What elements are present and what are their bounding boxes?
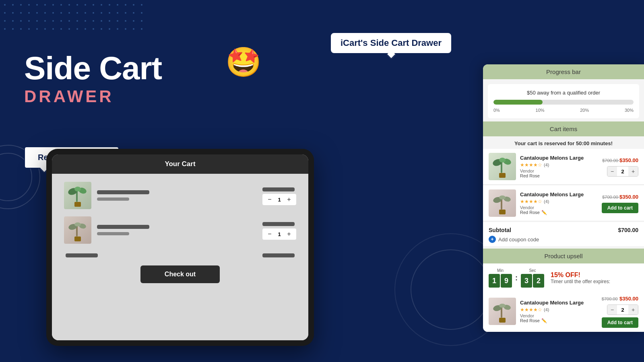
subtitle: DRAWER — [24, 87, 225, 106]
cart-item-1-plus-btn[interactable]: + — [628, 167, 638, 176]
progress-label-20: 20% — [580, 108, 589, 113]
upsell-item-reviews: (4) — [544, 307, 549, 312]
tablet-item-2-image — [64, 216, 91, 244]
offer-text: 15% OFF! Timer until the offer expires: — [551, 272, 610, 284]
tablet-qty-val-1: 1 — [276, 197, 283, 203]
progress-description: $50 away from a qualified order — [493, 90, 634, 96]
coupon-label: Add coupon code — [498, 237, 539, 243]
tablet-item-1-line1 — [97, 190, 149, 194]
cart-item-2-new-price: $350.00 — [619, 194, 638, 200]
subtotal-row: Subtotal $700.00 — [489, 227, 638, 233]
right-panel: Progress bar $50 away from a qualified o… — [483, 64, 644, 332]
cart-item-card-2: Cantaloupe Melons Large ★★★★☆ (4) Vendor… — [483, 185, 644, 221]
cart-item-1-stars: ★★★★☆ — [520, 162, 542, 168]
upsell-timer-row: Min 1 9 : Sec 3 2 15% OFF! Timer until t… — [483, 263, 644, 291]
progress-labels: 0% 10% 20% 30% — [493, 108, 634, 113]
tablet-footer-row — [64, 253, 296, 257]
upsell-item-info: Cantaloupe Melons Large ★★★★☆ (4) Vendor… — [520, 300, 598, 323]
tablet-qty-minus-1[interactable]: − — [266, 195, 274, 204]
cart-item-2-thumb — [489, 189, 516, 217]
dot-grid-decoration: const dg = document.querySelector('.dot-… — [4, 4, 141, 36]
upsell-item-edit-icon[interactable]: ✏️ — [541, 318, 547, 323]
tablet-screen: Your Cart — [52, 154, 308, 340]
svg-rect-4 — [74, 202, 81, 207]
item-2-plant-svg — [489, 189, 516, 217]
item-1-plant-svg — [489, 153, 516, 180]
tablet-item-2-right: − 1 + — [262, 220, 296, 240]
tablet-mockup: Your Cart — [46, 149, 314, 346]
checkout-button[interactable]: Check out — [140, 265, 220, 283]
tablet-item-2-line1 — [97, 225, 149, 229]
coupon-plus-icon: + — [489, 236, 496, 243]
tablet-qty-2[interactable]: − 1 + — [262, 228, 296, 240]
tablet-item-1-image — [64, 182, 91, 209]
upsell-item-old-price: $700.00 — [602, 296, 618, 301]
svg-rect-19 — [499, 210, 506, 214]
cart-item-2-info: Cantaloupe Melons Large ★★★★☆ (4) Vendor… — [520, 191, 598, 215]
timer-min-digit-1: 1 — [489, 274, 500, 288]
tablet-item-1-line2 — [97, 197, 129, 201]
cart-item-2-old-price: $700.00 — [602, 195, 619, 200]
upsell-item-vendor-label: Vendor — [520, 313, 598, 318]
offer-percent: 15% OFF! — [551, 272, 610, 279]
timer-min-digit-2: 9 — [501, 274, 512, 288]
progress-label-10: 10% — [536, 108, 545, 113]
cart-item-1-thumb — [489, 153, 516, 180]
tablet-item-1-price — [262, 187, 295, 191]
upsell-item-minus-btn[interactable]: − — [607, 305, 617, 315]
timer-sec-digit-1: 3 — [521, 274, 532, 288]
upsell-item-right: $700.00 $350.00 − 2 + Add to cart — [602, 295, 638, 328]
svg-point-8 — [74, 222, 81, 226]
progress-label-0: 0% — [493, 108, 500, 113]
tablet-qty-val-2: 1 — [276, 231, 283, 237]
tablet-qty-1[interactable]: − 1 + — [262, 194, 296, 205]
emoji-decoration: 🤩 — [225, 45, 262, 79]
subtotal-value: $700.00 — [618, 227, 638, 233]
tablet-item-2-details — [97, 225, 257, 235]
svg-point-23 — [499, 304, 506, 308]
tablet-item-1-right: − 1 + — [262, 186, 296, 205]
plant-svg-1 — [64, 182, 91, 209]
cart-item-2-name: Cantaloupe Melons Large — [520, 191, 598, 197]
cart-item-2-vendor-label: Vendor — [520, 205, 598, 210]
timer-min-digits: 1 9 — [489, 274, 512, 288]
upsell-item-vendor-name: Red Rose — [520, 318, 540, 323]
cart-item-2-edit-icon[interactable]: ✏️ — [541, 210, 547, 215]
tablet-item-2-line2 — [97, 232, 129, 235]
cart-item-1-info: Cantaloupe Melons Large ★★★★☆ (4) Vendor… — [520, 155, 598, 178]
tablet-cart-header: Your Cart — [52, 154, 308, 174]
upsell-item-plus-btn[interactable]: + — [628, 305, 638, 315]
cart-item-2-vendor-name: Red Rose — [520, 210, 540, 215]
tablet-cart-item-2: − 1 + — [64, 216, 296, 244]
tablet-qty-plus-1[interactable]: + — [285, 195, 293, 204]
timer-colon: : — [515, 274, 518, 282]
progress-bar-outer — [493, 100, 634, 105]
cart-item-1-qty-val: 2 — [617, 169, 628, 175]
cart-item-1-vendor-label: Vendor — [520, 169, 598, 173]
cart-item-1-minus-btn[interactable]: − — [607, 167, 617, 176]
upsell-header: Product upsell — [483, 249, 644, 263]
cart-item-1-qty-stepper[interactable]: − 2 + — [607, 166, 638, 177]
timer-sec-digit-2: 2 — [533, 274, 544, 288]
tablet-cart-item-1: − 1 + — [64, 182, 296, 209]
timer-sec-label: Sec 3 2 — [521, 268, 544, 288]
tablet-qty-minus-2[interactable]: − — [266, 230, 274, 238]
cart-item-card-1: Cantaloupe Melons Large ★★★★☆ (4) Vendor… — [483, 149, 644, 185]
upsell-item-add-to-cart-btn[interactable]: Add to cart — [602, 317, 638, 328]
cart-item-1-name: Cantaloupe Melons Large — [520, 155, 598, 161]
svg-point-13 — [499, 158, 506, 162]
upsell-item-qty-stepper[interactable]: − 2 + — [607, 304, 638, 315]
cart-item-2-add-to-cart-btn[interactable]: Add to cart — [602, 203, 638, 213]
progress-bar-inner — [493, 100, 543, 105]
main-title: Side Cart — [24, 52, 225, 84]
progress-label-30: 30% — [625, 108, 634, 113]
offer-expires: Timer until the offer expires: — [551, 279, 610, 284]
coupon-row[interactable]: + Add coupon code — [489, 236, 638, 243]
svg-rect-14 — [499, 173, 506, 178]
tablet-subtotal-line — [66, 253, 98, 257]
svg-point-18 — [499, 195, 506, 200]
tablet-qty-plus-2[interactable]: + — [285, 230, 293, 238]
cart-item-2-reviews: (4) — [544, 199, 549, 204]
cart-item-1-reviews: (4) — [544, 162, 549, 167]
progress-section-header: Progress bar — [483, 64, 644, 79]
